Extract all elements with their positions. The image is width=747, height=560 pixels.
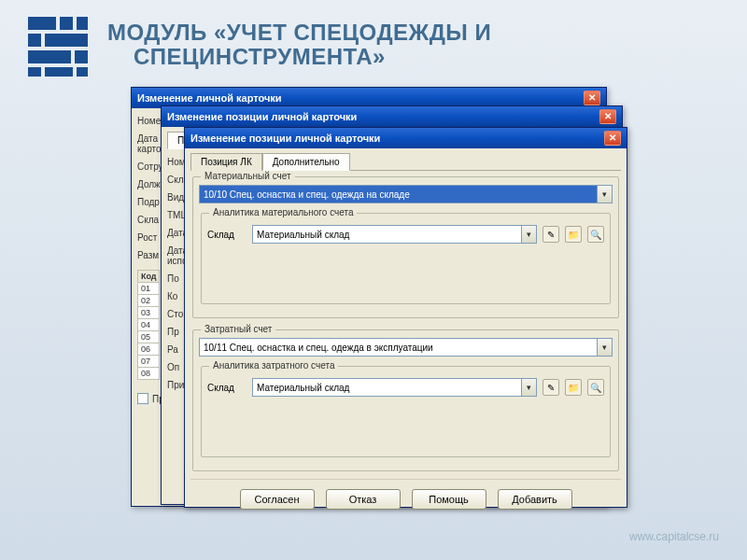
help-button[interactable]: Помощь bbox=[412, 489, 486, 510]
group-material-account: Материальный счет 10/10 Спец. оснастка и… bbox=[192, 176, 619, 318]
folder-icon[interactable]: 📁 bbox=[565, 379, 582, 396]
edit-icon[interactable]: ✎ bbox=[543, 226, 559, 243]
code-cell[interactable]: 04 bbox=[137, 319, 160, 331]
tab-additional[interactable]: Дополнительно bbox=[262, 153, 350, 171]
group-cost-analytics: Аналитика затратного счета Склад Материа… bbox=[201, 366, 611, 457]
chevron-down-icon[interactable]: ▾ bbox=[597, 339, 612, 356]
code-cell[interactable]: 05 bbox=[137, 331, 160, 343]
folder-icon[interactable]: 📁 bbox=[565, 226, 582, 243]
search-icon[interactable]: 🔍 bbox=[587, 226, 604, 243]
dropdown-text: 10/10 Спец. оснастка и спец. одежда на с… bbox=[200, 189, 597, 200]
titlebar-3-text: Изменение позиции личной карточки bbox=[190, 128, 380, 148]
edit-icon[interactable]: ✎ bbox=[543, 379, 559, 396]
cost-account-dropdown[interactable]: 10/11 Спец. оснастка и спец. одежда в эк… bbox=[199, 338, 613, 357]
ok-button[interactable]: Согласен bbox=[240, 489, 315, 510]
dropdown-text: Материальный склад bbox=[253, 230, 521, 240]
group-legend: Затратный счет bbox=[201, 324, 275, 334]
window-position-2: Изменение позиции личной карточки ✕ Пози… bbox=[184, 127, 627, 508]
dropdown-text: 10/11 Спец. оснастка и спец. одежда в эк… bbox=[200, 343, 597, 353]
code-cell[interactable]: 06 bbox=[137, 343, 160, 356]
title-line-2: СПЕЦИНСТРУМЕНТА» bbox=[107, 45, 491, 69]
page-title: МОДУЛЬ «УЧЕТ СПЕЦОДЕЖДЫ И СПЕЦИНСТРУМЕНТ… bbox=[107, 21, 491, 70]
titlebar-2[interactable]: Изменение позиции личной карточки ✕ bbox=[162, 106, 622, 127]
code-cell[interactable]: 08 bbox=[137, 368, 160, 380]
add-button[interactable]: Добавить bbox=[498, 489, 572, 510]
code-cell[interactable]: 02 bbox=[137, 295, 160, 307]
close-icon[interactable]: ✕ bbox=[584, 91, 600, 105]
dropdown-text: Материальный склад bbox=[253, 383, 521, 393]
chevron-down-icon[interactable]: ▾ bbox=[597, 186, 612, 203]
field-label-sklad: Склад bbox=[207, 383, 247, 393]
chevron-down-icon[interactable]: ▾ bbox=[521, 379, 536, 396]
logo bbox=[28, 17, 88, 77]
cancel-button[interactable]: Отказ bbox=[326, 489, 401, 510]
code-cell[interactable]: 03 bbox=[137, 307, 160, 319]
label: Дата bbox=[137, 133, 158, 144]
group-legend: Аналитика затратного счета bbox=[209, 360, 338, 371]
material-account-dropdown[interactable]: 10/10 Спец. оснастка и спец. одежда на с… bbox=[199, 185, 613, 203]
title-line-1: МОДУЛЬ «УЧЕТ СПЕЦОДЕЖДЫ И bbox=[107, 21, 491, 45]
checkbox[interactable] bbox=[137, 393, 148, 404]
titlebar-3[interactable]: Изменение позиции личной карточки ✕ bbox=[185, 128, 627, 148]
close-icon[interactable]: ✕ bbox=[599, 109, 616, 124]
group-legend: Материальный счет bbox=[201, 171, 295, 181]
titlebar-2-text: Изменение позиции личной карточки bbox=[167, 106, 357, 127]
material-warehouse-dropdown[interactable]: Материальный склад ▾ bbox=[252, 225, 537, 244]
chevron-down-icon[interactable]: ▾ bbox=[521, 226, 536, 243]
cost-warehouse-dropdown[interactable]: Материальный склад ▾ bbox=[252, 378, 537, 397]
code-cell[interactable]: 01 bbox=[137, 283, 160, 295]
code-cell[interactable]: 07 bbox=[137, 356, 160, 368]
close-icon[interactable]: ✕ bbox=[604, 131, 621, 146]
code-header: Код bbox=[137, 270, 160, 283]
tab-position-lk[interactable]: Позиция ЛК bbox=[190, 153, 262, 171]
search-icon[interactable]: 🔍 bbox=[587, 379, 604, 396]
group-cost-account: Затратный счет 10/11 Спец. оснастка и сп… bbox=[192, 329, 619, 471]
label: карто bbox=[137, 144, 162, 154]
field-label-sklad: Склад bbox=[207, 230, 247, 240]
group-legend: Аналитика материального счета bbox=[209, 207, 357, 217]
footer-url: www.capitalcse.ru bbox=[629, 530, 719, 543]
tabs: Позиция ЛК Дополнительно bbox=[190, 152, 621, 171]
group-material-analytics: Аналитика материального счета Склад Мате… bbox=[201, 213, 611, 304]
button-bar: Согласен Отказ Помощь Добавить bbox=[190, 479, 621, 513]
